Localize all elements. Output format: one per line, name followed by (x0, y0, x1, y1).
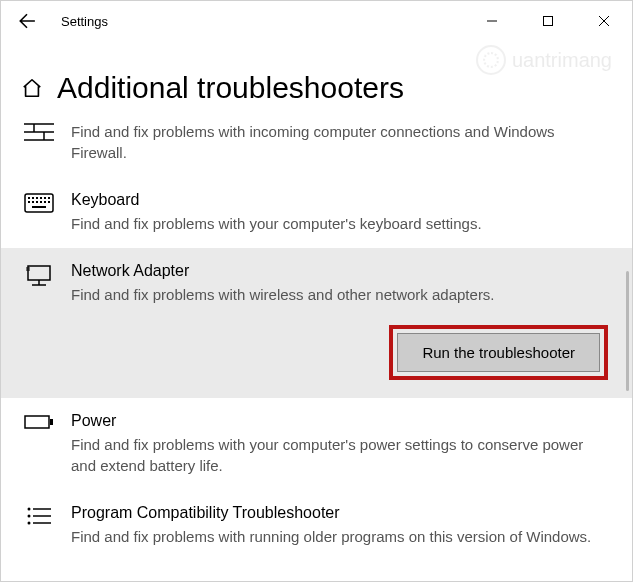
window-controls (464, 1, 632, 41)
svg-rect-7 (48, 197, 50, 199)
battery-icon (21, 414, 57, 430)
svg-rect-3 (32, 197, 34, 199)
item-body: Program Compatibility Troubleshooter Fin… (71, 504, 612, 547)
troubleshooter-item-network-adapter[interactable]: Network Adapter Find and fix problems wi… (1, 248, 632, 398)
svg-rect-9 (32, 201, 34, 203)
item-desc: Find and fix problems with wireless and … (71, 284, 612, 305)
svg-rect-2 (28, 197, 30, 199)
content-area: Additional troubleshooters Incoming Conn… (1, 71, 632, 561)
svg-rect-17 (50, 419, 53, 425)
svg-point-18 (28, 508, 31, 511)
svg-point-19 (28, 515, 31, 518)
item-title: Power (71, 412, 612, 430)
heading-row: Additional troubleshooters (1, 71, 632, 105)
list-icon (21, 506, 57, 526)
svg-rect-11 (40, 201, 42, 203)
item-desc: Find and fix problems with your computer… (71, 213, 612, 234)
watermark-text: uantrimang (512, 49, 612, 72)
svg-rect-6 (44, 197, 46, 199)
svg-point-20 (28, 522, 31, 525)
svg-rect-15 (28, 266, 50, 280)
minimize-icon (486, 15, 498, 27)
item-desc: Find and fix problems with incoming comp… (71, 121, 612, 163)
titlebar: Settings (1, 1, 632, 41)
firewall-icon (21, 123, 57, 141)
arrow-left-icon (18, 12, 36, 30)
svg-rect-13 (48, 201, 50, 203)
item-body: Incoming Connections Find and fix proble… (71, 121, 612, 163)
troubleshooter-item-power[interactable]: Power Find and fix problems with your co… (1, 398, 632, 490)
troubleshooter-item-program-compatibility[interactable]: Program Compatibility Troubleshooter Fin… (1, 490, 632, 561)
item-desc: Find and fix problems with your computer… (71, 434, 612, 476)
monitor-icon (21, 264, 57, 290)
run-troubleshooter-button[interactable]: Run the troubleshooter (397, 333, 600, 372)
troubleshooter-item-keyboard[interactable]: Keyboard Find and fix problems with your… (1, 177, 632, 248)
item-title: Keyboard (71, 191, 612, 209)
svg-rect-10 (36, 201, 38, 203)
back-button[interactable] (15, 9, 39, 33)
close-icon (598, 15, 610, 27)
maximize-icon (542, 15, 554, 27)
window-title: Settings (61, 14, 108, 29)
close-button[interactable] (576, 1, 632, 41)
keyboard-icon (21, 193, 57, 213)
svg-rect-12 (44, 201, 46, 203)
home-icon[interactable] (21, 77, 43, 99)
item-desc: Find and fix problems with running older… (71, 526, 612, 547)
item-title: Program Compatibility Troubleshooter (71, 504, 612, 522)
page-title: Additional troubleshooters (57, 71, 404, 105)
svg-rect-8 (28, 201, 30, 203)
item-body: Network Adapter Find and fix problems wi… (71, 262, 612, 380)
svg-rect-5 (40, 197, 42, 199)
troubleshooter-item-incoming-connections[interactable]: Incoming Connections Find and fix proble… (1, 115, 632, 177)
run-button-highlight: Run the troubleshooter (389, 325, 608, 380)
svg-rect-4 (36, 197, 38, 199)
maximize-button[interactable] (520, 1, 576, 41)
scrollbar-thumb[interactable] (626, 271, 629, 391)
svg-rect-0 (544, 17, 553, 26)
svg-rect-14 (32, 206, 46, 208)
run-button-wrap: Run the troubleshooter (71, 325, 612, 380)
minimize-button[interactable] (464, 1, 520, 41)
item-body: Power Find and fix problems with your co… (71, 412, 612, 476)
item-title: Network Adapter (71, 262, 612, 280)
svg-rect-16 (25, 416, 49, 428)
item-body: Keyboard Find and fix problems with your… (71, 191, 612, 234)
troubleshooter-list: Incoming Connections Find and fix proble… (1, 115, 632, 561)
